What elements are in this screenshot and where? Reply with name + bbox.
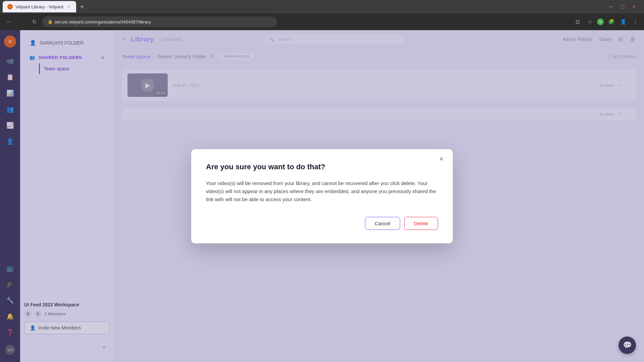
close-window-button[interactable]: × [629, 2, 639, 11]
active-tab[interactable]: V Vidyard Library - Vidyard × [3, 1, 76, 12]
modal-close-button[interactable]: × [437, 155, 446, 164]
minimize-button[interactable]: ─ [606, 2, 616, 11]
delete-button[interactable]: Delete [404, 217, 438, 230]
modal-body: Your video(s) will be removed from your … [206, 179, 438, 203]
profile-icon[interactable]: 👤 [619, 17, 628, 26]
modal-title: Are you sure you want to do that? [206, 163, 438, 171]
tab-title: Vidyard Library - Vidyard [15, 4, 63, 9]
modal-actions: Cancel Delete [206, 217, 438, 230]
address-bar[interactable]: 🔒 secure.vidyard.com/organizations/34543… [42, 16, 277, 27]
modal-overlay: × Are you sure you want to do that? Your… [0, 30, 644, 362]
url-text: secure.vidyard.com/organizations/3454387… [55, 19, 151, 24]
extension-icon[interactable]: V [597, 18, 604, 25]
tab-close-button[interactable]: × [66, 4, 71, 9]
lock-icon: 🔒 [48, 19, 53, 24]
back-button[interactable]: ← [4, 17, 13, 26]
cast-icon[interactable]: ⊡ [573, 17, 582, 26]
puzzle-icon[interactable]: 🧩 [606, 17, 616, 26]
more-options-icon[interactable]: ⋮ [631, 17, 640, 26]
bookmark-icon[interactable]: ☆ [585, 17, 594, 26]
confirmation-modal: × Are you sure you want to do that? Your… [191, 149, 453, 243]
reload-button[interactable]: ↻ [30, 17, 39, 26]
cancel-button[interactable]: Cancel [365, 217, 400, 230]
tab-favicon: V [7, 4, 13, 9]
new-tab-button[interactable]: + [77, 2, 87, 11]
forward-button[interactable]: → [17, 17, 26, 26]
maximize-button[interactable]: □ [618, 2, 627, 11]
